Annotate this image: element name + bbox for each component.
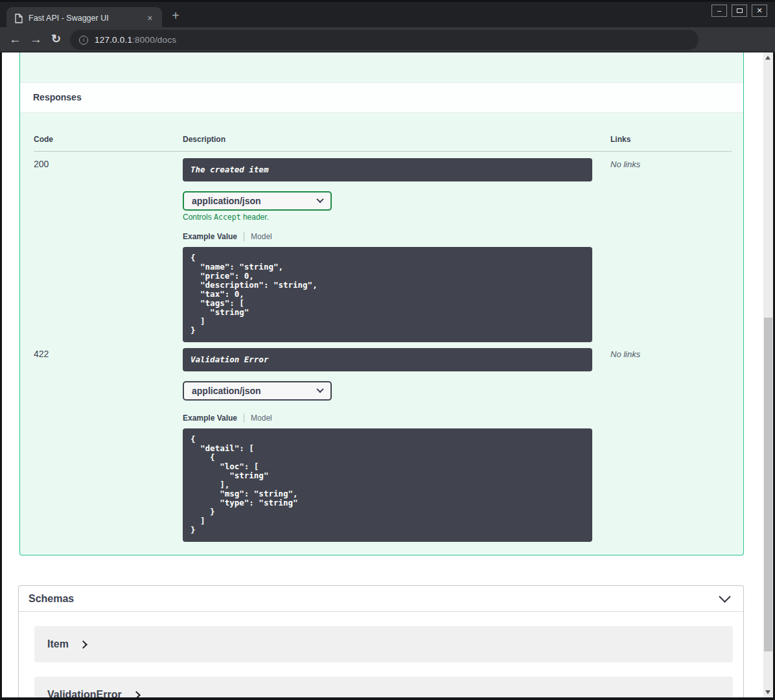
scroll-down-icon[interactable] <box>765 690 770 694</box>
media-type-value-200: application/json <box>192 196 261 206</box>
response-code-422: 422 <box>34 349 49 359</box>
media-type-value-422: application/json <box>192 386 261 396</box>
responses-section-header: Responses <box>20 82 743 113</box>
column-header-description: Description <box>183 135 226 144</box>
example-json-422: { "detail": [ { "loc": [ "string" ], "ms… <box>183 428 592 542</box>
response-description-200: The created item <box>183 158 592 181</box>
url-text: 127.0.0.1:8000/docs <box>95 35 176 45</box>
responses-opblock: Responses Code Description Links 200 The… <box>19 52 744 555</box>
back-button[interactable]: ← <box>9 33 21 45</box>
accept-header-note: Controls Accept header. <box>183 213 269 222</box>
schemas-header[interactable]: Schemas <box>19 586 743 612</box>
accept-note-code: Accept <box>214 213 241 222</box>
url-path: :8000/docs <box>132 35 176 45</box>
collapse-chevron-icon[interactable] <box>719 590 730 602</box>
tab-title: Fast API - Swagger UI <box>29 14 139 23</box>
browser-titlebar: Fast API - Swagger UI ✕ + – ✕ <box>0 0 775 27</box>
new-tab-button[interactable]: + <box>169 9 182 22</box>
schema-item-title: Item <box>47 638 69 650</box>
forward-button[interactable]: → <box>30 33 42 45</box>
scrollbar-thumb[interactable] <box>764 318 772 651</box>
example-model-tabs-422: Example Value Model <box>183 413 272 423</box>
column-header-links: Links <box>610 135 630 144</box>
schemas-section: Schemas Item ValidationError <box>18 585 744 697</box>
site-info-icon[interactable]: i <box>79 36 88 45</box>
tab-model-422[interactable]: Model <box>251 414 272 423</box>
schemas-title: Schemas <box>29 593 74 605</box>
table-header-divider <box>34 151 732 152</box>
tab-example-value-200[interactable]: Example Value <box>183 232 237 241</box>
schema-validationerror-card[interactable]: ValidationError <box>34 677 733 697</box>
media-type-select-200[interactable]: application/json <box>183 191 332 211</box>
links-cell-422: No links <box>610 349 640 359</box>
tab-separator <box>244 414 244 423</box>
page-scrollbar[interactable] <box>763 52 773 697</box>
media-type-select-422[interactable]: application/json <box>183 381 332 401</box>
url-host: 127.0.0.1 <box>95 35 132 45</box>
page-content: Responses Code Description Links 200 The… <box>2 52 773 697</box>
reload-button[interactable]: ↻ <box>51 33 61 45</box>
chevron-down-icon <box>316 195 323 202</box>
tab-close-icon[interactable]: ✕ <box>145 13 156 24</box>
schema-validationerror-title: ValidationError <box>47 689 122 697</box>
chevron-right-icon <box>132 691 141 697</box>
tab-example-value-422[interactable]: Example Value <box>183 414 237 423</box>
responses-title: Responses <box>33 83 743 112</box>
page-favicon-icon <box>15 14 23 23</box>
response-description-422: Validation Error <box>183 348 592 371</box>
chevron-down-icon <box>316 385 323 392</box>
browser-tab[interactable]: Fast API - Swagger UI ✕ <box>6 7 162 29</box>
column-header-code: Code <box>34 135 53 144</box>
chevron-right-icon <box>79 640 87 649</box>
tab-separator <box>244 232 244 241</box>
accept-note-prefix: Controls <box>183 213 214 222</box>
links-cell-200: No links <box>610 159 640 169</box>
accept-note-suffix: header. <box>241 213 269 222</box>
example-json-200: { "name": "string", "price": 0, "descrip… <box>183 247 592 342</box>
minimize-button[interactable]: – <box>711 5 727 17</box>
close-window-button[interactable]: ✕ <box>752 5 767 17</box>
example-model-tabs-200: Example Value Model <box>183 231 272 241</box>
address-bar[interactable]: i 127.0.0.1:8000/docs <box>70 30 699 50</box>
window-controls: – ✕ <box>711 5 767 17</box>
scroll-up-icon[interactable] <box>765 56 770 60</box>
schema-item-card[interactable]: Item <box>34 626 733 662</box>
tab-model-200[interactable]: Model <box>251 232 272 241</box>
maximize-button[interactable] <box>732 5 747 17</box>
response-code-200: 200 <box>34 159 49 169</box>
maximize-icon <box>737 8 743 13</box>
browser-toolbar: ← → ↻ i 127.0.0.1:8000/docs ☆ ••• <box>0 27 775 52</box>
